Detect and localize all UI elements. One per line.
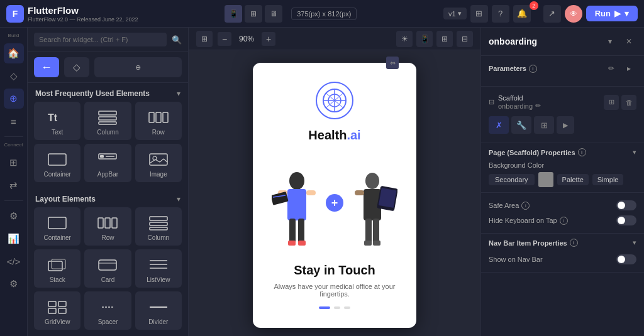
layout-card-icon — [96, 256, 119, 274]
layout-preview-button[interactable]: ⊟ — [457, 31, 473, 47]
sidebar-divider-2 — [4, 200, 23, 201]
parameters-info-icon[interactable]: i — [529, 65, 537, 73]
phone-title: Stay in Touch — [294, 263, 375, 278]
page-properties-collapse[interactable]: ▾ — [633, 148, 636, 156]
svg-rect-57 — [373, 241, 380, 246]
sidebar-item-layers[interactable]: ≡ — [4, 111, 24, 131]
back-button[interactable]: ← — [34, 57, 59, 77]
tab-icon-properties[interactable]: ✗ — [489, 116, 509, 134]
layout-listview[interactable]: ListView — [135, 249, 182, 288]
appbar-label: AppBar — [97, 171, 118, 178]
diamond-button[interactable]: ◇ — [64, 57, 89, 77]
widget-column[interactable]: Column — [84, 102, 131, 140]
search-bar: 🔍 — [28, 28, 188, 52]
secondary-color-button[interactable]: Secondary — [489, 174, 535, 185]
search-input[interactable] — [34, 33, 167, 46]
search-icon[interactable]: 🔍 — [172, 35, 182, 45]
palette-button[interactable]: Palette — [557, 174, 589, 185]
mobile-device-icon[interactable]: 📱 — [225, 5, 242, 23]
dot-inactive-2 — [344, 306, 350, 309]
tab-icon-layout[interactable]: ⊞ — [534, 116, 554, 134]
notification-button[interactable]: 🔔 — [513, 5, 531, 23]
row-icon — [147, 109, 170, 126]
add-widget-button[interactable]: ⊕ — [94, 57, 182, 77]
widget-text[interactable]: Tt Text — [34, 102, 80, 140]
tab-icon-play[interactable]: ▶ — [557, 116, 574, 134]
resize-handle[interactable]: ⇔ — [386, 57, 399, 69]
canvas-frame-button[interactable]: ⊞ — [196, 31, 213, 47]
frequently-used-header: Most Frequently Used Elements ▾ — [28, 83, 188, 102]
widget-appbar[interactable]: AppBar — [84, 144, 131, 182]
svg-rect-55 — [373, 219, 379, 244]
zoom-in-button[interactable]: + — [262, 32, 275, 46]
frequently-used-collapse-icon[interactable]: ▾ — [177, 89, 180, 98]
color-swatch[interactable] — [538, 172, 553, 187]
hide-keyboard-toggle[interactable] — [616, 215, 636, 225]
sidebar-item-config[interactable]: ⚙ — [4, 274, 24, 294]
tablet-device-icon[interactable]: ⊞ — [245, 5, 262, 23]
phone-frame: Health.ai — [253, 63, 416, 328]
layout-listview-icon — [147, 256, 170, 274]
widget-image[interactable]: Image — [135, 144, 182, 182]
version-button[interactable]: v1 ▾ — [443, 8, 467, 19]
safe-area-info-icon[interactable]: i — [521, 202, 530, 210]
close-panel-button[interactable]: ✕ — [621, 34, 636, 49]
layout-spacer[interactable]: Spacer — [84, 291, 131, 330]
sidebar-item-ui[interactable]: ◇ — [4, 66, 24, 86]
layout-elements-collapse-icon[interactable]: ▾ — [177, 195, 180, 203]
svg-rect-2 — [99, 117, 116, 120]
scaffold-edit-icon[interactable]: ✏ — [535, 102, 541, 110]
edit-parameters-button[interactable]: ✏ — [604, 61, 619, 76]
avatar[interactable]: 👁 — [565, 5, 582, 23]
scaffold-delete-button[interactable]: 🗑 — [621, 95, 636, 110]
sidebar-item-settings[interactable]: ⚙ — [4, 206, 24, 226]
notification-area: 🔔 2 — [513, 5, 540, 23]
layout-column[interactable]: Column — [135, 207, 182, 246]
page-properties-info-icon[interactable]: i — [578, 148, 586, 156]
parameters-more-button[interactable]: ▸ — [621, 61, 636, 76]
layout-stack[interactable]: Stack — [34, 249, 80, 288]
sidebar-item-build[interactable]: 🏠 — [4, 43, 24, 63]
svg-rect-45 — [298, 219, 304, 244]
collapse-all-button[interactable]: ▾ — [602, 34, 618, 49]
svg-rect-13 — [48, 217, 66, 229]
hide-keyboard-info-icon[interactable]: i — [560, 217, 568, 225]
sidebar-item-connect[interactable]: ⊞ — [4, 153, 24, 173]
app-name: FlutterFlow — [28, 5, 138, 16]
sidebar-item-analytics[interactable]: 📊 — [4, 229, 24, 249]
zoom-out-button[interactable]: − — [218, 32, 231, 46]
sidebar-item-code[interactable]: </> — [4, 251, 24, 271]
tab-icon-actions[interactable]: 🔧 — [511, 116, 531, 134]
sun-icon[interactable]: ☀ — [396, 31, 413, 47]
layout-card[interactable]: Card — [84, 249, 131, 288]
simple-button[interactable]: Simple — [592, 174, 624, 185]
desktop-device-icon[interactable]: 🖥 — [265, 5, 282, 23]
mobile-preview-button[interactable]: 📱 — [416, 31, 433, 47]
share-button[interactable]: ↗ — [543, 5, 561, 23]
layout-gridview[interactable]: GridView — [34, 291, 80, 330]
run-button[interactable]: Run ▶ ▾ — [586, 6, 638, 21]
layout-container[interactable]: Container — [34, 207, 80, 246]
safe-area-toggle[interactable] — [616, 200, 636, 210]
help-button[interactable]: ? — [492, 5, 509, 23]
show-nav-bar-toggle[interactable] — [616, 254, 636, 264]
tablet-preview-button[interactable]: ⊞ — [436, 31, 453, 47]
navbar-collapse[interactable]: ▾ — [633, 239, 636, 247]
plus-badge: + — [326, 194, 343, 212]
column-icon — [96, 109, 119, 126]
copy-button[interactable]: ⊞ — [470, 5, 488, 23]
sidebar-item-widgets[interactable]: ⊕ — [4, 89, 24, 109]
scaffold-copy-button[interactable]: ⊞ — [604, 95, 619, 110]
hide-keyboard-row: Hide Keyboard on Tap i — [489, 213, 636, 228]
icon-sidebar: Build 🏠 ◇ ⊕ ≡ Connect ⊞ ⇄ ⚙ 📊 </> ⚙ — [0, 28, 28, 336]
widget-row[interactable]: Row — [135, 102, 182, 140]
sidebar-item-nav[interactable]: ⇄ — [4, 175, 24, 195]
layout-row[interactable]: Row — [84, 207, 131, 246]
navbar-header: Nav Bar Item Properties i ▾ — [489, 239, 636, 247]
layout-gridview-icon — [46, 298, 69, 316]
layout-divider[interactable]: Divider — [135, 291, 182, 330]
navbar-info-icon[interactable]: i — [570, 239, 578, 247]
show-nav-bar-row: Show on Nav Bar — [489, 252, 636, 267]
widget-container[interactable]: Container — [34, 144, 80, 182]
canvas-area: ⊞ − 90% + ☀ 📱 ⊞ ⊟ — [189, 28, 480, 336]
